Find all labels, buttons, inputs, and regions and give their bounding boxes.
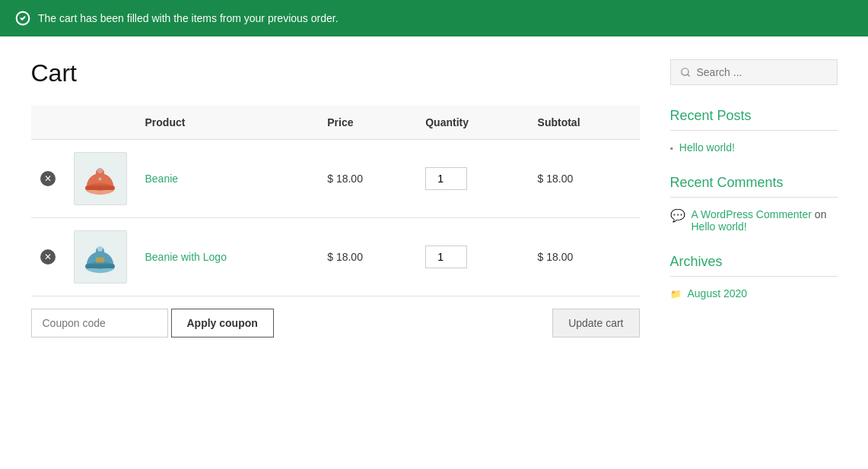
on-text: on	[815, 208, 827, 220]
col-header-quantity: Quantity	[416, 106, 528, 140]
recent-comments-title: Recent Comments	[670, 175, 838, 198]
product-subtotal: $ 18.00	[538, 173, 574, 185]
price-cell: $ 18.00	[318, 218, 416, 296]
product-image	[74, 230, 127, 284]
qty-cell	[416, 218, 528, 296]
search-input[interactable]	[697, 66, 828, 78]
comment-text: A WordPress Commenter on Hello world!	[692, 208, 838, 233]
coupon-code-input[interactable]	[31, 309, 168, 337]
col-header-remove	[31, 106, 65, 140]
col-header-image	[65, 106, 136, 140]
recent-posts-section: Recent Posts ▪ Hello world!	[670, 108, 838, 154]
product-subtotal: $ 18.00	[538, 251, 574, 263]
product-image	[74, 152, 127, 205]
main-content: Cart Product Price Quantity Subtotal ✕	[31, 59, 640, 337]
svg-point-5	[98, 177, 101, 180]
subtotal-cell: $ 18.00	[529, 218, 640, 296]
remove-cell: ✕	[31, 218, 65, 296]
search-box	[670, 59, 838, 85]
cart-actions: Apply coupon Update cart	[31, 309, 640, 337]
notice-bar: The cart has been filled with the items …	[0, 0, 868, 36]
col-header-price: Price	[318, 106, 416, 140]
col-header-subtotal: Subtotal	[529, 106, 640, 140]
table-row: ✕	[31, 140, 640, 218]
col-header-product: Product	[136, 106, 319, 140]
product-price: $ 18.00	[327, 251, 363, 263]
recent-posts-title: Recent Posts	[670, 108, 838, 131]
recent-comments-section: Recent Comments 💬 A WordPress Commenter …	[670, 175, 838, 233]
update-cart-button[interactable]: Update cart	[552, 309, 639, 337]
apply-coupon-button[interactable]: Apply coupon	[171, 309, 274, 337]
folder-icon: 📁	[670, 289, 682, 299]
product-name-cell: Beanie with Logo	[136, 218, 319, 296]
list-item: ▪ Hello world!	[670, 141, 838, 154]
cart-table-header: Product Price Quantity Subtotal	[31, 106, 640, 140]
remove-cell: ✕	[31, 140, 65, 218]
sidebar: Recent Posts ▪ Hello world! Recent Comme…	[670, 59, 838, 337]
beanie-image-svg	[79, 158, 121, 200]
svg-rect-4	[85, 185, 115, 190]
comment-post-link[interactable]: Hello world!	[692, 220, 747, 233]
list-item: 💬 A WordPress Commenter on Hello world!	[670, 208, 838, 233]
page-title: Cart	[31, 59, 640, 87]
comment-author-link[interactable]: A WordPress Commenter	[692, 208, 812, 220]
cart-table: Product Price Quantity Subtotal ✕	[31, 106, 640, 296]
product-link-beanie[interactable]: Beanie	[145, 173, 179, 185]
image-cell	[65, 218, 136, 296]
remove-item-button[interactable]: ✕	[40, 249, 56, 265]
price-cell: $ 18.00	[318, 140, 416, 218]
notice-message: The cart has been filled with the items …	[38, 12, 339, 24]
image-cell	[65, 140, 136, 218]
subtotal-cell: $ 18.00	[529, 140, 640, 218]
svg-point-8	[97, 246, 103, 252]
archives-section: Archives 📁 August 2020	[670, 254, 838, 299]
archive-link[interactable]: August 2020	[688, 287, 748, 299]
qty-cell	[416, 140, 528, 218]
product-link-beanie-logo[interactable]: Beanie with Logo	[145, 251, 227, 263]
beanie-logo-image-svg	[79, 236, 121, 278]
search-icon	[680, 67, 691, 78]
document-icon: ▪	[670, 143, 673, 154]
recent-post-link[interactable]: Hello world!	[679, 141, 735, 154]
product-name-cell: Beanie	[136, 140, 319, 218]
product-price: $ 18.00	[327, 173, 363, 185]
quantity-input[interactable]	[425, 167, 467, 190]
svg-line-12	[687, 74, 689, 77]
page-layout: Cart Product Price Quantity Subtotal ✕	[16, 36, 853, 360]
remove-item-button[interactable]: ✕	[40, 171, 56, 186]
svg-point-3	[97, 168, 103, 173]
check-circle-icon	[15, 11, 30, 26]
archives-title: Archives	[670, 254, 838, 277]
comment-icon: 💬	[670, 208, 685, 223]
list-item: 📁 August 2020	[670, 287, 838, 299]
svg-rect-9	[85, 264, 115, 268]
table-row: ✕	[31, 218, 640, 296]
svg-rect-10	[96, 257, 104, 262]
quantity-input[interactable]	[425, 246, 467, 268]
